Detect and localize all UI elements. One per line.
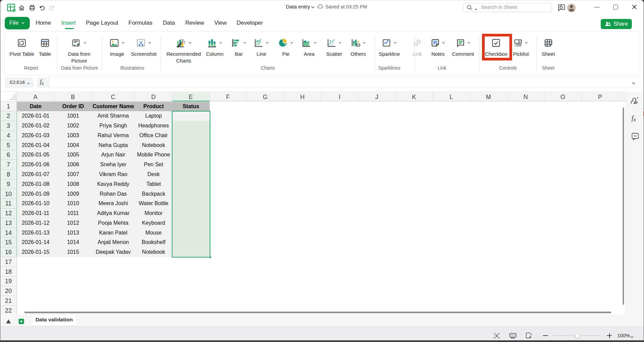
svg-text:abc: abc	[511, 336, 515, 339]
